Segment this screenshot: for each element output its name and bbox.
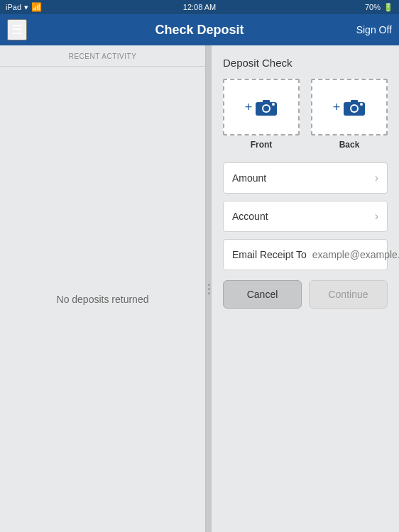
- front-label: Front: [251, 140, 273, 150]
- battery-percent: 70%: [365, 3, 381, 11]
- status-left: iPad ▾︎ 📶: [6, 2, 42, 12]
- account-chevron-icon: ›: [375, 210, 378, 223]
- front-camera-icon: [255, 98, 278, 116]
- svg-point-9: [360, 103, 363, 106]
- menu-button[interactable]: ☰: [7, 19, 27, 40]
- cancel-button[interactable]: Cancel: [223, 280, 302, 309]
- svg-point-7: [351, 106, 357, 111]
- hamburger-icon: ☰: [11, 23, 23, 37]
- front-photo-capture[interactable]: +: [223, 79, 300, 135]
- front-plus-icon: +: [245, 100, 253, 115]
- drag-handle[interactable]: [206, 45, 212, 532]
- battery-icon: 🔋: [383, 3, 393, 12]
- front-capture-inner: +: [245, 98, 278, 116]
- nav-bar: ☰ Check Deposit Sign Off: [0, 14, 399, 45]
- action-row: Cancel Continue: [223, 280, 388, 309]
- drag-dot-2: [208, 288, 210, 290]
- drag-dot-1: [208, 284, 210, 286]
- email-input[interactable]: [312, 249, 399, 260]
- sign-off-button[interactable]: Sign Off: [356, 24, 392, 35]
- svg-point-2: [263, 106, 269, 111]
- sidebar-header: RECENT ACTIVITY: [0, 45, 205, 67]
- nav-title: Check Deposit: [155, 23, 244, 38]
- wifi-icon: ▾︎: [24, 3, 28, 12]
- back-label: Back: [339, 140, 360, 150]
- email-receipt-label: Email Receipt To: [232, 249, 307, 260]
- back-photo-box: + Back: [311, 79, 388, 150]
- continue-button[interactable]: Continue: [309, 280, 388, 309]
- svg-rect-8: [351, 100, 358, 103]
- back-capture-inner: +: [333, 98, 366, 116]
- status-right: 70% 🔋: [365, 3, 393, 12]
- wifi-signal-icon: 📶: [31, 2, 42, 12]
- svg-rect-3: [263, 100, 270, 103]
- amount-label: Amount: [232, 172, 375, 184]
- back-photo-capture[interactable]: +: [311, 79, 388, 135]
- email-receipt-field: Email Receipt To: [223, 239, 388, 270]
- status-bar: iPad ▾︎ 📶 12:08 AM 70% 🔋: [0, 0, 399, 14]
- status-time: 12:08 AM: [183, 3, 216, 11]
- account-label: Account: [232, 211, 375, 222]
- photo-row: + Front +: [223, 79, 388, 150]
- sidebar-empty-message: No deposits returned: [0, 67, 205, 532]
- svg-point-4: [272, 103, 275, 106]
- drag-dot-3: [208, 292, 210, 294]
- right-panel: Deposit Check + Front: [212, 45, 399, 532]
- back-camera-icon: [343, 98, 366, 116]
- front-photo-box: + Front: [223, 79, 300, 150]
- main-layout: RECENT ACTIVITY No deposits returned Dep…: [0, 45, 399, 532]
- account-field[interactable]: Account ›: [223, 201, 388, 232]
- sidebar: RECENT ACTIVITY No deposits returned: [0, 45, 206, 532]
- back-plus-icon: +: [333, 100, 341, 115]
- amount-chevron-icon: ›: [375, 172, 378, 184]
- device-label: iPad: [6, 3, 21, 11]
- amount-field[interactable]: Amount ›: [223, 162, 388, 194]
- deposit-check-title: Deposit Check: [223, 57, 388, 69]
